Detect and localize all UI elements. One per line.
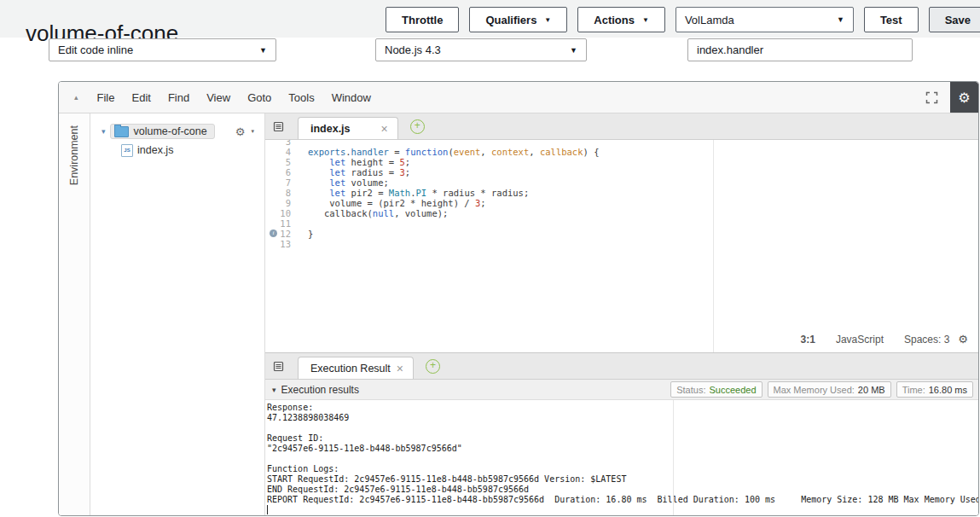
status-label: Status: <box>676 385 705 395</box>
test-button[interactable]: Test <box>864 7 919 32</box>
code-editor[interactable]: 34exports.handler = function(event, cont… <box>265 140 978 352</box>
text-cursor <box>267 505 268 514</box>
console-line: START RequestId: 2c9457e6-9115-11e8-b448… <box>267 474 978 485</box>
tree-folder-selection[interactable]: volume-of-cone <box>110 124 215 139</box>
code-editor-panel: ▴ FileEditFindViewGotoToolsWindow ⚙ Envi… <box>58 81 979 516</box>
menu-find[interactable]: Find <box>159 91 198 104</box>
close-icon[interactable]: × <box>397 363 403 375</box>
time-value: 16.80 ms <box>929 385 967 395</box>
actions-button[interactable]: Actions ▼ <box>577 7 665 32</box>
memory-label: Max Memory Used: <box>774 385 855 395</box>
collapse-editor-icon[interactable]: ▴ <box>74 93 78 102</box>
menu-edit[interactable]: Edit <box>123 91 159 104</box>
menu-goto[interactable]: Goto <box>239 91 280 104</box>
code-line[interactable]: 4exports.handler = function(event, conte… <box>265 147 978 157</box>
code-line[interactable]: 7 let volume; <box>265 177 978 188</box>
code-line[interactable]: 3 <box>265 140 978 147</box>
console-cursor-line <box>267 505 978 515</box>
memory-value: 20 MB <box>858 385 885 395</box>
menu-items: FileEditFindViewGotoToolsWindow <box>89 91 380 104</box>
editor-menubar: ▴ FileEditFindViewGotoToolsWindow ⚙ <box>59 82 978 113</box>
console-line <box>267 454 978 464</box>
close-icon[interactable]: × <box>381 123 388 135</box>
test-event-selected-value: VolLamda <box>685 14 734 26</box>
gear-icon[interactable]: ⚙ <box>235 125 246 138</box>
code-line-text: volume = (pir2 * height) / 3; <box>298 198 486 208</box>
results-tabbar: Execution Result × + <box>265 352 978 380</box>
environment-sidebar-tab[interactable]: Environment <box>59 113 90 515</box>
chevron-down-icon: ▼ <box>570 46 577 55</box>
time-label: Time: <box>902 385 925 395</box>
indentation-setting[interactable]: Spaces: 3 <box>904 334 949 346</box>
code-line-text: let radius = 3; <box>298 167 410 177</box>
test-label: Test <box>880 14 902 26</box>
new-tab-button[interactable]: + <box>410 119 425 134</box>
tree-file-row[interactable]: JS index.js <box>90 141 264 160</box>
menu-file[interactable]: File <box>89 91 124 104</box>
handler-field[interactable] <box>687 38 913 61</box>
chevron-down-icon[interactable]: ▾ <box>101 127 106 136</box>
top-header-bar: volume-of-cone Throttle Qualifiers ▼ Act… <box>0 0 980 38</box>
tab-execution-result[interactable]: Execution Result × <box>298 357 414 379</box>
tab-index-js[interactable]: index.js × <box>298 117 398 139</box>
console-line: Request ID: <box>267 433 978 444</box>
save-button[interactable]: Save <box>929 7 980 32</box>
code-line[interactable]: 8 let pir2 = Math.PI * radius * radius; <box>265 188 978 198</box>
code-line-text: callback(null, volume); <box>298 208 448 218</box>
status-value: Succeeded <box>709 385 756 395</box>
status-badge: Status: Succeeded <box>670 381 762 398</box>
tab-label: Execution Result <box>310 363 391 375</box>
qualifiers-button[interactable]: Qualifiers ▼ <box>469 7 567 32</box>
console-line: Response: <box>267 403 978 413</box>
code-line-text <box>298 140 308 147</box>
code-line-text <box>298 218 308 229</box>
qualifiers-label: Qualifiers <box>485 14 536 26</box>
code-lines: 34exports.handler = function(event, cont… <box>265 140 978 249</box>
code-line-text <box>298 239 308 249</box>
menu-window[interactable]: Window <box>323 91 380 104</box>
code-line-text: let height = 5; <box>298 157 410 167</box>
environment-label: Environment <box>68 125 80 185</box>
tab-list-icon[interactable] <box>273 361 284 372</box>
code-entry-selected-value: Edit code inline <box>58 44 133 56</box>
code-line[interactable]: 5 let height = 5; <box>265 157 978 167</box>
file-name: index.js <box>137 144 173 156</box>
code-entry-type-select[interactable]: Edit code inline ▼ <box>49 38 276 61</box>
code-line[interactable]: 6 let radius = 3; <box>265 167 978 177</box>
menu-tools[interactable]: Tools <box>280 91 322 104</box>
chevron-down-icon: ▼ <box>259 46 267 55</box>
code-line[interactable]: 9 volume = (pir2 * height) / 3; <box>265 198 978 208</box>
console-output[interactable]: Response:47.1238898038469Request ID:"2c9… <box>265 400 978 515</box>
line-number: 11 <box>265 218 298 229</box>
code-line[interactable]: i12} <box>265 229 978 239</box>
fullscreen-icon[interactable] <box>925 91 938 104</box>
code-line[interactable]: 13 <box>265 239 978 249</box>
throttle-button[interactable]: Throttle <box>386 7 459 32</box>
code-tabbar: index.js × + <box>265 113 978 140</box>
gear-icon[interactable]: ⚙ <box>958 333 968 346</box>
code-line[interactable]: 11 <box>265 218 978 229</box>
new-tab-button[interactable]: + <box>426 359 440 374</box>
menu-view[interactable]: View <box>198 91 239 104</box>
test-event-select[interactable]: VolLamda ▼ <box>676 7 854 32</box>
language-mode[interactable]: JavaScript <box>836 334 884 346</box>
runtime-select[interactable]: Node.js 4.3 ▼ <box>375 38 587 61</box>
tree-folder-row[interactable]: ▾ volume-of-cone ⚙ ▾ <box>90 122 264 141</box>
console-line: Function Logs: <box>267 464 978 474</box>
tab-list-icon[interactable] <box>273 121 284 132</box>
console-line: END RequestId: 2c9457e6-9115-11e8-b448-b… <box>267 485 978 495</box>
editor-body: Environment ▾ volume-of-cone ⚙ ▾ JS inde… <box>59 113 978 515</box>
code-line[interactable]: 10 callback(null, volume); <box>265 208 978 218</box>
cursor-position[interactable]: 3:1 <box>801 334 815 346</box>
gear-icon: ⚙ <box>958 90 970 106</box>
folder-name: volume-of-cone <box>134 125 207 137</box>
editor-settings-button[interactable]: ⚙ <box>950 82 978 113</box>
chevron-down-icon: ▼ <box>837 15 844 24</box>
line-number: 7 <box>265 177 298 188</box>
folder-icon <box>114 126 129 137</box>
chevron-down-icon: ▼ <box>642 16 649 24</box>
execution-results-title[interactable]: Execution results <box>281 384 359 396</box>
console-line: "2c9457e6-9115-11e8-b448-bb5987c9566d" <box>267 444 978 454</box>
execution-results-header: ▾ Execution results Status: Succeeded Ma… <box>265 380 978 400</box>
chevron-down-icon[interactable]: ▾ <box>272 386 276 394</box>
